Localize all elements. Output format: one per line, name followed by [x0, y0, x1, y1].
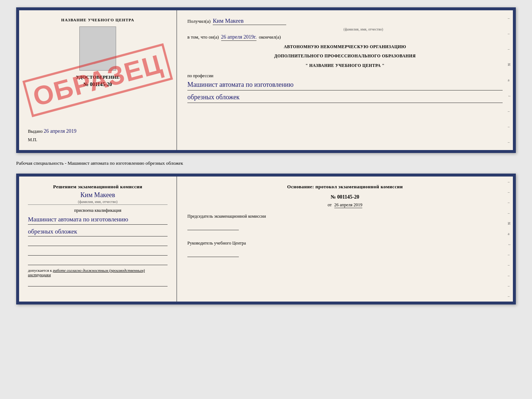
section-label: Рабочая специальность - Машинист автомат…	[16, 159, 516, 168]
predsedatel-sign-line	[187, 221, 239, 230]
photo-placeholder	[79, 26, 116, 71]
rukovoditel-label: Руководитель учебного Центра	[187, 241, 503, 246]
osnov-label: Основание: протокол экзаменационной коми…	[187, 184, 503, 190]
blank-line-4	[28, 279, 168, 286]
kvalif-line2: обрезных обложек	[28, 227, 168, 237]
issued-label: Выдано	[28, 129, 43, 134]
certificate-card-top: НАЗВАНИЕ УЧЕБНОГО ЦЕНТРА УДОСТОВЕРЕНИЕ №…	[16, 7, 516, 153]
recipient-row: Получил(а) Ким Макеев	[187, 18, 503, 25]
right-margin-ticks: – – – И а ← – – –	[508, 10, 511, 150]
proto-date-prefix: от	[328, 202, 332, 207]
org-line1: АВТОНОМНУЮ НЕКОММЕРЧЕСКУЮ ОРГАНИЗАЦИЮ	[187, 44, 503, 50]
profession-line2: обрезных обложек	[187, 93, 503, 103]
po-professii-label: по профессии	[187, 73, 503, 79]
blank-line-2	[28, 248, 168, 256]
school-name-left: НАЗВАНИЕ УЧЕБНОГО ЦЕНТРА	[61, 18, 134, 22]
proto-number: № 001145-20	[187, 194, 503, 200]
issued-line: Выдано 26 апреля 2019	[28, 122, 168, 134]
predsedatel-block: Председатель экзаменационной комиссии	[187, 214, 503, 233]
certificate-card-bottom: Решением экзаменационной комиссии Ким Ма…	[16, 174, 516, 304]
rukovoditel-block: Руководитель учебного Центра	[187, 241, 503, 260]
dopusk-block: допускается к работе согласно должностны…	[28, 268, 168, 277]
poluchil-label: Получил(а)	[187, 18, 211, 24]
profession-line1: Машинист автомата по изготовлению	[187, 80, 503, 90]
right-margin-ticks-2: – – – – И а ← – – – – –	[508, 177, 511, 302]
predsedatel-label: Председатель экзаменационной комиссии	[187, 214, 503, 219]
resheniem-label: Решением экзаменационной комиссии	[28, 184, 168, 190]
cert-right-panel: Получил(а) Ким Макеев (фамилия, имя, отч…	[177, 10, 513, 150]
date-completed: 26 апреля 2019г.	[221, 34, 257, 41]
okonchil-label: окончил(а)	[259, 34, 281, 40]
issued-date: 26 апреля 2019	[44, 128, 76, 134]
blank-line-1	[28, 239, 168, 246]
vtom-row: в том, что он(а) 26 апреля 2019г. окончи…	[187, 34, 503, 41]
recipient-name: Ким Макеев	[213, 18, 286, 25]
rukovoditel-sign-line	[187, 248, 239, 257]
blank-line-3	[28, 258, 168, 265]
org-line3: " НАЗВАНИЕ УЧЕБНОГО ЦЕНТРА "	[187, 63, 503, 69]
bottom-left-panel: Решением экзаменационной комиссии Ким Ма…	[19, 177, 177, 302]
fio-label-bottom: (фамилия, имя, отчество)	[28, 200, 168, 205]
kvalif-line1: Машинист автомата по изготовлению	[28, 215, 168, 225]
doc-number: № 001145-20	[83, 82, 112, 88]
cert-left-panel: НАЗВАНИЕ УЧЕБНОГО ЦЕНТРА УДОСТОВЕРЕНИЕ №…	[19, 10, 177, 150]
mp-label: М.П.	[28, 137, 168, 143]
proto-date: 26 апреля 2019	[334, 202, 362, 208]
proto-date-row: от 26 апреля 2019	[187, 202, 503, 208]
komissia-name: Ким Макеев	[28, 191, 168, 199]
vtom-label: в том, что он(а)	[187, 34, 219, 40]
org-line2: ДОПОЛНИТЕЛЬНОГО ПРОФЕССИОНАЛЬНОГО ОБРАЗО…	[187, 53, 503, 59]
dopusk-label: допускается к	[28, 268, 52, 272]
doc-label: УДОСТОВЕРЕНИЕ	[76, 74, 119, 80]
prisvoena-label: присвоена квалификация	[28, 208, 168, 213]
bottom-right-panel: Основание: протокол экзаменационной коми…	[177, 177, 513, 302]
fio-label-top: (фамилия, имя, отчество)	[224, 27, 503, 31]
